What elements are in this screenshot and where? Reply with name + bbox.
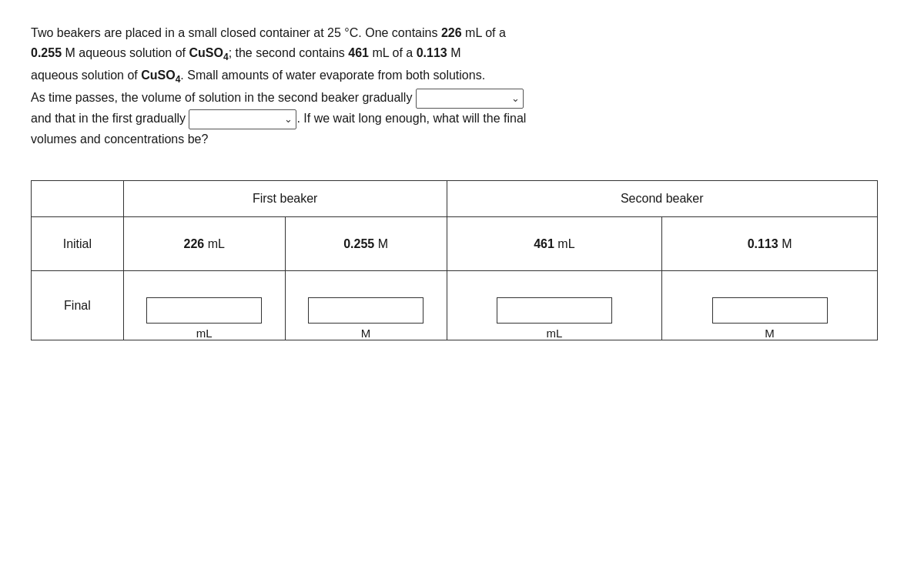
dropdown-second-value — [420, 89, 423, 109]
final-conc1-cell: M — [285, 271, 447, 340]
final-conc2-unit: M — [662, 327, 877, 340]
initial-vol2-value: 461 mL — [534, 237, 574, 250]
conc1-value: 0.255 — [31, 46, 62, 59]
final-vol1-unit: mL — [124, 327, 285, 340]
initial-conc1-value: 0.255 M — [343, 237, 388, 250]
vol2-value: 461 — [348, 46, 369, 59]
initial-conc1-cell: 0.255 M — [285, 217, 447, 271]
chevron-down-icon: ⌄ — [511, 90, 520, 106]
conc2-value: 0.113 — [417, 46, 447, 59]
final-conc1-input[interactable] — [308, 297, 424, 324]
table-header-empty — [32, 181, 124, 217]
final-vol2-input[interactable] — [497, 297, 612, 324]
initial-vol1-value: 226 mL — [184, 237, 225, 250]
problem-text: Two beakers are placed in a small closed… — [31, 23, 878, 149]
table-header-first-beaker: First beaker — [123, 181, 447, 217]
dropdown-second-beaker[interactable]: ⌄ — [416, 89, 524, 109]
table-row-final: Final mL M mL M — [32, 271, 878, 340]
final-vol2-unit: mL — [447, 327, 662, 340]
initial-vol2-cell: 461 mL — [447, 217, 662, 271]
final-conc2-input[interactable] — [712, 297, 828, 324]
initial-label: Initial — [32, 217, 124, 271]
initial-conc2-cell: 0.113 M — [662, 217, 878, 271]
final-vol1-cell: mL — [123, 271, 285, 340]
final-conc2-cell: M — [662, 271, 878, 340]
final-vol2-cell: mL — [447, 271, 662, 340]
vol1-value: 226 — [441, 26, 462, 39]
final-conc1-unit: M — [286, 327, 447, 340]
final-label: Final — [32, 271, 124, 340]
initial-conc2-value: 0.113 M — [748, 237, 792, 250]
dropdown-first-beaker[interactable]: ⌄ — [189, 109, 296, 129]
data-table: First beaker Second beaker Initial 226 m… — [31, 180, 878, 340]
dropdown-first-value — [192, 110, 196, 129]
final-vol1-input[interactable] — [146, 297, 262, 324]
chemical1: CuSO4 — [189, 46, 228, 59]
table-row-initial: Initial 226 mL 0.255 M 461 mL 0.113 M — [32, 217, 878, 271]
initial-vol1-cell: 226 mL — [123, 217, 285, 271]
chemical2: CuSO4 — [141, 69, 180, 82]
chevron-down-icon-2: ⌄ — [284, 111, 293, 127]
table-header-second-beaker: Second beaker — [447, 181, 877, 217]
